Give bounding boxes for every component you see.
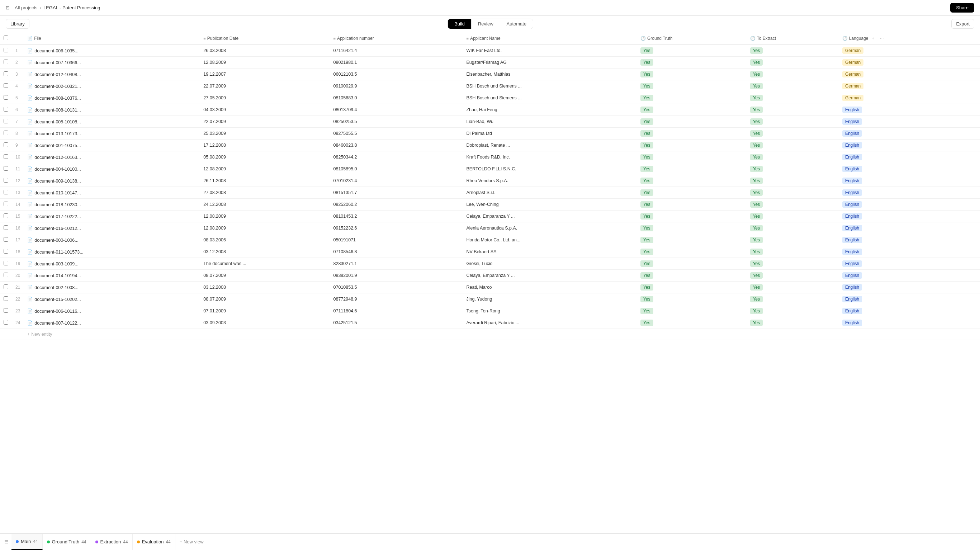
table-row[interactable]: 3 📄document-012-10408... 19.12.2007 0601… <box>0 68 980 80</box>
bottom-tab-evaluation[interactable]: Evaluation 44 <box>133 534 175 550</box>
row-checkbox[interactable] <box>0 223 12 234</box>
table-row[interactable]: 1 📄document-006-1035... 26.03.2008 07116… <box>0 45 980 57</box>
col-applicant-label[interactable]: Applicant Name <box>470 36 501 41</box>
row-checkbox[interactable] <box>0 210 12 223</box>
table-row[interactable]: 5 📄document-008-10376... 27.05.2009 0810… <box>0 92 980 104</box>
cell-file[interactable]: 📄document-007-10122... <box>24 317 200 329</box>
table-row[interactable]: 8 📄document-013-10173... 25.03.2009 0827… <box>0 128 980 140</box>
cell-file[interactable]: 📄document-008-10131... <box>24 104 200 116</box>
cell-file[interactable]: 📄document-013-10173... <box>24 128 200 140</box>
cell-file[interactable]: 📄document-006-1035... <box>24 45 200 57</box>
table-row[interactable]: 19 📄document-003-1009... The document wa… <box>0 258 980 270</box>
row-checkbox[interactable] <box>0 104 12 116</box>
cell-file[interactable]: 📄document-014-10194... <box>24 270 200 282</box>
row-checkbox[interactable] <box>0 175 12 187</box>
cell-file[interactable]: 📄document-011-101573... <box>24 246 200 258</box>
cell-file[interactable]: 📄document-018-10230... <box>24 199 200 210</box>
bottom-tab-main[interactable]: Main 44 <box>11 534 43 550</box>
col-groundtruth-label[interactable]: Ground Truth <box>647 36 673 41</box>
cell-file[interactable]: 📄document-005-10108... <box>24 116 200 128</box>
cell-file[interactable]: 📄document-000-1006... <box>24 234 200 246</box>
row-checkbox[interactable] <box>0 270 12 282</box>
add-column-button[interactable]: + <box>870 35 877 41</box>
cell-file[interactable]: 📄document-001-10075... <box>24 140 200 151</box>
cell-file[interactable]: 📄document-002-10321... <box>24 80 200 92</box>
cell-file[interactable]: 📄document-004-10100... <box>24 163 200 175</box>
row-checkbox[interactable] <box>0 282 12 293</box>
row-checkbox[interactable] <box>0 234 12 246</box>
row-checkbox[interactable] <box>0 68 12 80</box>
cell-file[interactable]: 📄document-015-10202... <box>24 293 200 305</box>
add-new-view-button[interactable]: + New view <box>175 534 208 550</box>
col-language-label[interactable]: Language <box>849 36 868 41</box>
all-projects-link[interactable]: All projects <box>15 5 38 10</box>
row-checkbox[interactable] <box>0 116 12 128</box>
tab-build[interactable]: Build <box>448 19 471 29</box>
table-row[interactable]: 2 📄document-007-10366... 12.08.2009 0802… <box>0 57 980 68</box>
row-checkbox[interactable] <box>0 45 12 57</box>
row-checkbox[interactable] <box>0 199 12 210</box>
cell-file[interactable]: 📄document-010-10147... <box>24 187 200 199</box>
table-row[interactable]: 23 📄document-006-10116... 07.01.2009 071… <box>0 305 980 317</box>
cell-file[interactable]: 📄document-002-1008... <box>24 282 200 293</box>
export-button[interactable]: Export <box>951 19 974 29</box>
col-toextract-label[interactable]: To Extract <box>757 36 776 41</box>
row-checkbox[interactable] <box>0 317 12 329</box>
row-checkbox[interactable] <box>0 258 12 270</box>
library-button[interactable]: Library <box>6 19 29 29</box>
bottom-bar-menu-icon[interactable]: ☰ <box>4 539 9 544</box>
col-appnum-label[interactable]: Application number <box>337 36 374 41</box>
col-file-label[interactable]: File <box>34 36 41 41</box>
select-all-checkbox[interactable] <box>0 32 12 45</box>
table-row[interactable]: 15 📄document-017-10222... 12.08.2009 081… <box>0 210 980 223</box>
table-row[interactable]: 4 📄document-002-10321... 22.07.2009 0910… <box>0 80 980 92</box>
row-checkbox[interactable] <box>0 187 12 199</box>
row-checkbox[interactable] <box>0 246 12 258</box>
table-row[interactable]: 9 📄document-001-10075... 17.12.2008 0846… <box>0 140 980 151</box>
table-row[interactable]: 16 📄document-016-10212... 12.08.2009 091… <box>0 223 980 234</box>
cell-file[interactable]: 📄document-003-1009... <box>24 258 200 270</box>
row-checkbox[interactable] <box>0 128 12 140</box>
table-row[interactable]: 18 📄document-011-101573... 03.12.2008 07… <box>0 246 980 258</box>
col-header-language: 🕐 Language + ··· <box>839 32 980 45</box>
expand-icon[interactable]: ⊡ <box>6 5 10 10</box>
table-row[interactable]: 12 📄document-009-10138... 26.11.2008 070… <box>0 175 980 187</box>
table-row[interactable]: 20 📄document-014-10194... 08.07.2009 083… <box>0 270 980 282</box>
cell-file[interactable]: 📄document-016-10212... <box>24 223 200 234</box>
table-row[interactable]: 24 📄document-007-10122... 03.09.2003 034… <box>0 317 980 329</box>
row-checkbox[interactable] <box>0 305 12 317</box>
table-row[interactable]: 21 📄document-002-1008... 03.12.2008 0701… <box>0 282 980 293</box>
table-row[interactable]: 10 📄document-012-10163... 05.08.2009 082… <box>0 151 980 163</box>
row-checkbox[interactable] <box>0 151 12 163</box>
tab-review[interactable]: Review <box>471 19 500 29</box>
new-entity-button[interactable]: + New entity <box>24 329 980 340</box>
cell-file[interactable]: 📄document-008-10376... <box>24 92 200 104</box>
table-row[interactable]: 11 📄document-004-10100... 12.08.2009 081… <box>0 163 980 175</box>
table-row[interactable]: 17 📄document-000-1006... 08.03.2006 0501… <box>0 234 980 246</box>
cell-file[interactable]: 📄document-006-10116... <box>24 305 200 317</box>
row-checkbox[interactable] <box>0 57 12 68</box>
cell-file[interactable]: 📄document-012-10408... <box>24 68 200 80</box>
table-row[interactable]: 14 📄document-018-10230... 24.12.2008 082… <box>0 199 980 210</box>
row-checkbox[interactable] <box>0 80 12 92</box>
row-checkbox[interactable] <box>0 140 12 151</box>
row-checkbox[interactable] <box>0 293 12 305</box>
row-checkbox[interactable] <box>0 163 12 175</box>
tab-automate[interactable]: Automate <box>500 19 533 29</box>
table-row[interactable]: 7 📄document-005-10108... 22.07.2009 0825… <box>0 116 980 128</box>
cell-file[interactable]: 📄document-012-10163... <box>24 151 200 163</box>
cell-file[interactable]: 📄document-007-10366... <box>24 57 200 68</box>
col-pubdate-label[interactable]: Publication Date <box>207 36 239 41</box>
new-entity-row[interactable]: + New entity <box>0 329 980 340</box>
bottom-tab-extraction[interactable]: Extraction 44 <box>91 534 133 550</box>
row-checkbox[interactable] <box>0 92 12 104</box>
table-row[interactable]: 22 📄document-015-10202... 08.07.2009 087… <box>0 293 980 305</box>
bottom-tab-ground-truth[interactable]: Ground Truth 44 <box>43 534 91 550</box>
table-row[interactable]: 13 📄document-010-10147... 27.08.2008 081… <box>0 187 980 199</box>
cell-file[interactable]: 📄document-017-10222... <box>24 210 200 223</box>
column-options-button[interactable]: ··· <box>878 35 886 41</box>
share-button[interactable]: Share <box>950 3 974 13</box>
table-row[interactable]: 6 📄document-008-10131... 04.03.2009 0801… <box>0 104 980 116</box>
cell-to-extract: Yes <box>746 151 839 163</box>
cell-file[interactable]: 📄document-009-10138... <box>24 175 200 187</box>
